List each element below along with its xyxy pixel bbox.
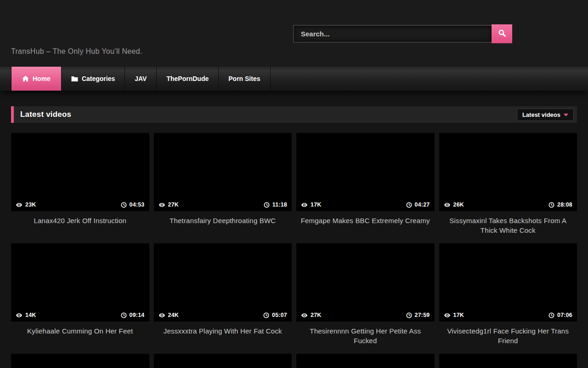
duration-value: 05:07 <box>272 312 287 318</box>
duration-value: 11:18 <box>272 201 287 208</box>
views-count: 17K <box>311 201 322 208</box>
video-stats-bar: 23K 04:53 <box>11 198 149 211</box>
video-card[interactable]: 17K 07:06 Vivisectedg1rl Face Fucking He… <box>439 243 577 354</box>
video-views: 27K <box>158 201 179 208</box>
video-card[interactable]: 17K 04:27 Femgape Makes BBC Extremely Cr… <box>296 133 435 243</box>
video-duration: 11:18 <box>264 201 287 208</box>
nav-item-label: ThePornDude <box>166 75 209 82</box>
video-views: 23K <box>16 201 36 208</box>
video-thumbnail[interactable]: 27K 11:18 <box>154 133 292 211</box>
clock-icon <box>406 312 412 318</box>
search-icon <box>498 29 506 39</box>
video-card[interactable]: 23K 04:53 Lanax420 Jerk Off Instruction <box>11 133 149 243</box>
site-header: TransHub – The Only Hub You’ll Need. <box>0 0 588 67</box>
video-stats-bar: 27K 27:59 <box>296 309 435 322</box>
video-duration: 28:08 <box>548 201 572 208</box>
video-card[interactable]: 27K 27:59 Thesirennnn Getting Her Petite… <box>296 243 435 354</box>
video-card-partial[interactable] <box>296 354 435 368</box>
video-card-partial[interactable] <box>154 354 292 368</box>
duration-value: 09:14 <box>130 312 145 318</box>
eye-icon <box>301 201 308 208</box>
video-title[interactable]: Sissymaxinl Takes Backshots From A Thick… <box>439 211 577 243</box>
nav-item-label: Home <box>33 75 51 82</box>
video-card[interactable]: 14K 09:14 Kyliehaale Cumming On Her Feet <box>11 243 149 354</box>
clock-icon <box>548 312 554 318</box>
views-count: 27K <box>311 312 322 318</box>
clock-icon <box>263 312 269 318</box>
clock-icon <box>121 202 127 208</box>
caret-down-icon <box>564 114 568 116</box>
video-duration: 07:06 <box>548 312 572 318</box>
views-count: 26K <box>453 201 464 208</box>
search-input[interactable] <box>293 25 492 43</box>
video-views: 27K <box>301 312 322 319</box>
video-stats-bar: 17K 04:27 <box>296 198 435 211</box>
video-card-partial[interactable] <box>439 354 577 368</box>
video-thumbnail[interactable]: 14K 09:14 <box>11 243 149 322</box>
video-title[interactable]: Femgape Makes BBC Extremely Creamy <box>296 211 435 243</box>
video-thumbnail[interactable] <box>296 354 435 368</box>
nav-item-home[interactable]: Home <box>11 67 62 91</box>
section-title: Latest videos <box>20 110 71 119</box>
nav-item-theporndude[interactable]: ThePornDude <box>157 67 219 91</box>
home-icon <box>22 75 29 82</box>
video-title[interactable]: Kyliehaale Cumming On Her Feet <box>11 322 149 354</box>
clock-icon <box>121 312 127 318</box>
video-views: 17K <box>301 201 322 208</box>
main-nav: Home Categories JAV ThePornDude Porn Sit… <box>0 67 588 91</box>
video-thumbnail[interactable] <box>154 354 292 368</box>
search-button[interactable] <box>492 24 512 43</box>
video-duration: 05:07 <box>263 312 287 318</box>
page: TransHub – The Only Hub You’ll Need. Hom… <box>0 0 588 368</box>
video-stats-bar: 26K 28:08 <box>439 198 577 211</box>
eye-icon <box>444 201 451 208</box>
views-count: 14K <box>25 312 36 318</box>
video-views: 24K <box>158 312 179 319</box>
duration-value: 04:27 <box>415 201 430 208</box>
video-stats-bar: 24K 05:07 <box>154 309 292 322</box>
video-card[interactable]: 27K 11:18 Thetransfairy Deepthroating BW… <box>154 133 292 243</box>
eye-icon <box>158 201 165 208</box>
video-title[interactable]: Thetransfairy Deepthroating BWC <box>154 211 292 243</box>
video-views: 17K <box>444 312 464 319</box>
search-form <box>293 25 512 43</box>
video-duration: 04:27 <box>406 201 430 208</box>
video-stats-bar: 17K 07:06 <box>439 309 577 322</box>
nav-item-jav[interactable]: JAV <box>125 67 157 91</box>
video-title[interactable]: Jessxxxtra Playing With Her Fat Cock <box>154 322 292 354</box>
nav-item-label: Porn Sites <box>228 75 260 82</box>
video-card[interactable]: 24K 05:07 Jessxxxtra Playing With Her Fa… <box>154 243 292 354</box>
video-thumbnail[interactable]: 24K 05:07 <box>154 243 292 322</box>
video-thumbnail[interactable]: 17K 04:27 <box>296 133 435 211</box>
eye-icon <box>301 312 308 319</box>
views-count: 27K <box>168 201 179 208</box>
main-content: Latest videos Latest videos 23K <box>0 106 588 368</box>
video-views: 26K <box>444 201 464 208</box>
nav-item-label: JAV <box>135 75 147 82</box>
folder-icon <box>71 76 78 82</box>
views-count: 17K <box>453 312 464 318</box>
video-thumbnail[interactable]: 27K 27:59 <box>296 243 435 322</box>
eye-icon <box>444 312 451 319</box>
video-card[interactable]: 26K 28:08 Sissymaxinl Takes Backshots Fr… <box>439 133 577 243</box>
video-thumbnail[interactable]: 23K 04:53 <box>11 133 149 211</box>
video-thumbnail[interactable]: 17K 07:06 <box>439 243 577 322</box>
video-thumbnail[interactable] <box>11 354 149 368</box>
nav-item-categories[interactable]: Categories <box>62 67 125 91</box>
clock-icon <box>264 202 270 208</box>
video-thumbnail[interactable] <box>439 354 577 368</box>
video-title[interactable]: Thesirennnn Getting Her Petite Ass Fucke… <box>296 322 435 354</box>
duration-value: 28:08 <box>557 201 572 208</box>
video-thumbnail[interactable]: 26K 28:08 <box>439 133 577 211</box>
video-duration: 27:59 <box>406 312 430 318</box>
section-header-bar: Latest videos Latest videos <box>11 106 577 123</box>
eye-icon <box>16 201 23 208</box>
video-duration: 04:53 <box>121 201 145 208</box>
video-title[interactable]: Vivisectedg1rl Face Fucking Her Trans Fr… <box>439 322 577 354</box>
video-duration: 09:14 <box>121 312 145 318</box>
video-title[interactable]: Lanax420 Jerk Off Instruction <box>11 211 149 243</box>
eye-icon <box>158 312 165 319</box>
video-card-partial[interactable] <box>11 354 149 368</box>
sort-dropdown[interactable]: Latest videos <box>517 109 574 121</box>
nav-item-porn-sites[interactable]: Porn Sites <box>219 67 270 91</box>
